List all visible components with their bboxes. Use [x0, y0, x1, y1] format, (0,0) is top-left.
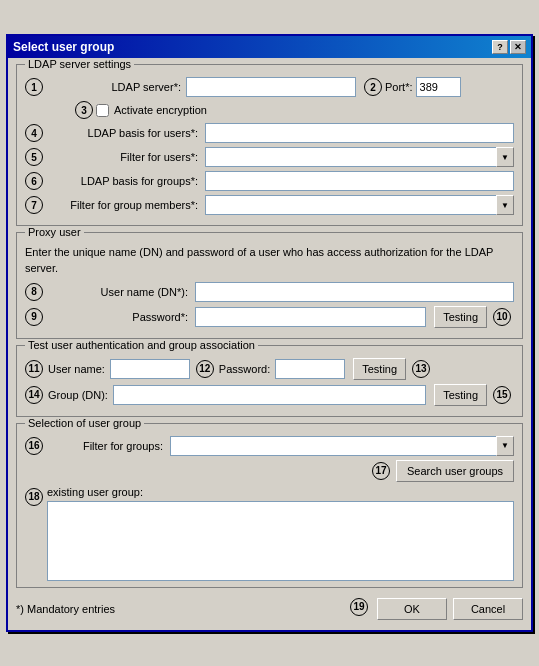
test-username-label: User name:: [48, 363, 105, 375]
ldap-basis-users-row: 4 LDAP basis for users*:: [25, 123, 514, 143]
test-username-input[interactable]: [110, 359, 190, 379]
mandatory-note: *) Mandatory entries: [16, 603, 115, 615]
filter-group-members-label: Filter for group members*:: [48, 199, 203, 211]
proxy-username-label: User name (DN*):: [48, 286, 193, 298]
selection-section: Selection of user group 16 Filter for gr…: [16, 423, 523, 588]
activate-encryption-row: 3 Activate encryption: [25, 101, 514, 119]
ldap-basis-users-input[interactable]: [205, 123, 514, 143]
test-password-input[interactable]: [275, 359, 345, 379]
search-row: 17 Search user groups: [25, 460, 514, 482]
port-input[interactable]: [416, 77, 461, 97]
filter-group-members-dropdown-wrapper: ▼: [205, 195, 514, 215]
test-userpass-row: 11 User name: 12 Password: Testing 13: [25, 358, 514, 380]
number-7: 7: [25, 196, 43, 214]
existing-user-group-row: 18 existing user group:: [25, 486, 514, 581]
title-bar-buttons: ? ✕: [492, 40, 526, 54]
test-section: Test user authentication and group assoc…: [16, 345, 523, 417]
proxy-testing-button[interactable]: Testing: [434, 306, 487, 328]
dialog-body: LDAP server settings 1 LDAP server*: 2 P…: [8, 58, 531, 630]
number-17: 17: [372, 462, 390, 480]
number-3: 3: [75, 101, 93, 119]
cancel-button[interactable]: Cancel: [453, 598, 523, 620]
ldap-basis-groups-input[interactable]: [205, 171, 514, 191]
proxy-password-row: 9 Password*: Testing 10: [25, 306, 514, 328]
existing-user-group-listbox[interactable]: [47, 501, 514, 581]
ldap-section-title: LDAP server settings: [25, 58, 134, 70]
search-user-groups-button[interactable]: Search user groups: [396, 460, 514, 482]
ldap-section: LDAP server settings 1 LDAP server*: 2 P…: [16, 64, 523, 226]
number-2: 2: [364, 78, 382, 96]
proxy-section: Proxy user Enter the unique name (DN) an…: [16, 232, 523, 339]
activate-encryption-checkbox[interactable]: [96, 104, 109, 117]
selection-section-title: Selection of user group: [25, 417, 144, 429]
number-11: 11: [25, 360, 43, 378]
activate-encryption-label: Activate encryption: [114, 104, 207, 116]
proxy-section-title: Proxy user: [25, 226, 84, 238]
number-13: 13: [412, 360, 430, 378]
test-group-input[interactable]: [113, 385, 426, 405]
proxy-username-input[interactable]: [195, 282, 514, 302]
test-section-title: Test user authentication and group assoc…: [25, 339, 258, 351]
test-password-label: Password:: [219, 363, 270, 375]
footer-row: *) Mandatory entries 19 OK Cancel: [16, 594, 523, 622]
filter-users-dropdown-wrapper: ▼: [205, 147, 514, 167]
help-button[interactable]: ?: [492, 40, 508, 54]
number-4: 4: [25, 124, 43, 142]
filter-users-label: Filter for users*:: [48, 151, 203, 163]
filter-groups-label: Filter for groups:: [48, 440, 168, 452]
number-10: 10: [493, 308, 511, 326]
test-testing-button-1[interactable]: Testing: [353, 358, 406, 380]
port-label: Port*:: [385, 81, 413, 93]
proxy-password-label: Password*:: [48, 311, 193, 323]
number-6: 6: [25, 172, 43, 190]
footer-buttons: 19 OK Cancel: [350, 598, 523, 620]
number-16: 16: [25, 437, 43, 455]
select-user-group-dialog: Select user group ? ✕ LDAP server settin…: [6, 34, 533, 632]
number-15: 15: [493, 386, 511, 404]
proxy-description: Enter the unique name (DN) and password …: [25, 245, 514, 276]
filter-users-dropdown[interactable]: [205, 147, 514, 167]
proxy-username-row: 8 User name (DN*):: [25, 282, 514, 302]
title-bar: Select user group ? ✕: [8, 36, 531, 58]
filter-users-row: 5 Filter for users*: ▼: [25, 147, 514, 167]
ldap-server-label: LDAP server*:: [46, 81, 186, 93]
ldap-server-input[interactable]: [186, 77, 356, 97]
filter-groups-dropdown-wrapper: ▼: [170, 436, 514, 456]
number-9: 9: [25, 308, 43, 326]
number-14: 14: [25, 386, 43, 404]
proxy-password-input[interactable]: [195, 307, 426, 327]
number-19: 19: [350, 598, 368, 616]
number-18: 18: [25, 488, 43, 506]
ldap-basis-groups-row: 6 LDAP basis for groups*:: [25, 171, 514, 191]
test-group-row: 14 Group (DN): Testing 15: [25, 384, 514, 406]
existing-user-group-label: existing user group:: [47, 486, 514, 498]
ldap-basis-groups-label: LDAP basis for groups*:: [48, 175, 203, 187]
test-testing-button-2[interactable]: Testing: [434, 384, 487, 406]
filter-group-members-row: 7 Filter for group members*: ▼: [25, 195, 514, 215]
test-group-label: Group (DN):: [48, 389, 108, 401]
ok-button[interactable]: OK: [377, 598, 447, 620]
filter-groups-row: 16 Filter for groups: ▼: [25, 436, 514, 456]
filter-groups-dropdown[interactable]: [170, 436, 514, 456]
number-8: 8: [25, 283, 43, 301]
number-12: 12: [196, 360, 214, 378]
number-1: 1: [25, 78, 43, 96]
number-5: 5: [25, 148, 43, 166]
dialog-title: Select user group: [13, 40, 114, 54]
existing-user-group-container: existing user group:: [47, 486, 514, 581]
ldap-basis-users-label: LDAP basis for users*:: [48, 127, 203, 139]
ldap-server-row: 1 LDAP server*: 2 Port*:: [25, 77, 514, 97]
close-button[interactable]: ✕: [510, 40, 526, 54]
filter-group-members-dropdown[interactable]: [205, 195, 514, 215]
